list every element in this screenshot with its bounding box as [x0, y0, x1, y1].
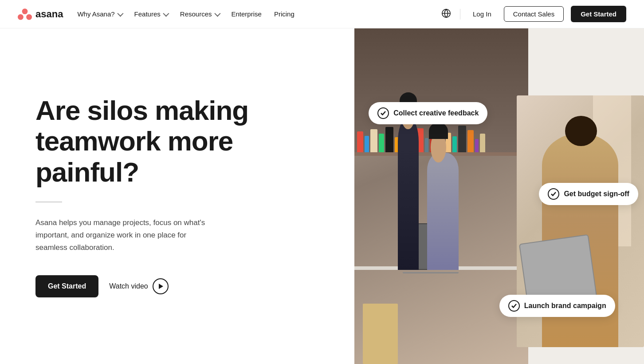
nav-left: asana Why Asana? Features Resources Ente… — [18, 7, 295, 21]
logo[interactable]: asana — [18, 7, 63, 21]
contact-sales-button[interactable]: Contact Sales — [504, 6, 564, 22]
hero-section: Are silos making teamwork more painful? … — [0, 28, 644, 364]
globe-icon — [441, 8, 451, 18]
nav-link-resources[interactable]: Resources — [180, 10, 219, 18]
checkmark-icon — [380, 110, 386, 116]
hero-image-main — [354, 28, 528, 364]
asana-logo-icon — [18, 7, 32, 21]
logo-text: asana — [35, 8, 63, 20]
check-icon-feedback — [377, 107, 389, 119]
get-started-button[interactable]: Get Started — [35, 275, 98, 297]
chevron-icon — [117, 10, 123, 16]
hero-title: Are silos making teamwork more painful? — [35, 95, 328, 187]
nav-right: Log In Contact Sales Get Started — [440, 6, 626, 22]
chevron-icon — [163, 10, 169, 16]
hero-description: Asana helps you manage projects, focus o… — [35, 217, 213, 254]
watch-video-label: Watch video — [109, 282, 148, 290]
badge-budget: Get budget sign-off — [539, 183, 638, 205]
navigation: asana Why Asana? Features Resources Ente… — [0, 0, 644, 28]
nav-link-features[interactable]: Features — [134, 10, 168, 18]
nav-link-why-asana[interactable]: Why Asana? — [77, 10, 122, 18]
watch-video-button[interactable]: Watch video — [109, 278, 168, 294]
check-icon-launch — [508, 300, 520, 312]
nav-link-pricing[interactable]: Pricing — [274, 10, 295, 18]
badge-feedback-text: Collect creative feedback — [393, 109, 479, 117]
svg-point-2 — [26, 14, 32, 20]
hero-content: Are silos making teamwork more painful? … — [0, 28, 354, 364]
language-button[interactable] — [440, 7, 453, 21]
nav-divider — [460, 9, 460, 20]
chevron-icon — [214, 10, 220, 16]
nav-link-enterprise[interactable]: Enterprise — [232, 10, 262, 18]
svg-point-1 — [18, 14, 24, 20]
hero-visual: Collect creative feedback Get budget sig… — [354, 28, 644, 364]
play-icon — [153, 278, 169, 294]
badge-launch: Launch brand campaign — [499, 295, 615, 317]
login-button[interactable]: Log In — [467, 7, 497, 21]
badge-feedback: Collect creative feedback — [369, 102, 487, 124]
badge-launch-text: Launch brand campaign — [524, 302, 606, 310]
get-started-nav-button[interactable]: Get Started — [571, 6, 626, 22]
play-triangle — [159, 284, 163, 289]
badge-budget-text: Get budget sign-off — [564, 190, 629, 198]
nav-links: Why Asana? Features Resources Enterprise… — [77, 10, 294, 18]
checkmark-icon — [511, 303, 517, 309]
checkmark-icon — [550, 191, 557, 197]
svg-point-0 — [22, 8, 28, 14]
hero-actions: Get Started Watch video — [35, 275, 328, 297]
check-icon-budget — [548, 188, 559, 200]
hero-divider — [35, 202, 62, 202]
